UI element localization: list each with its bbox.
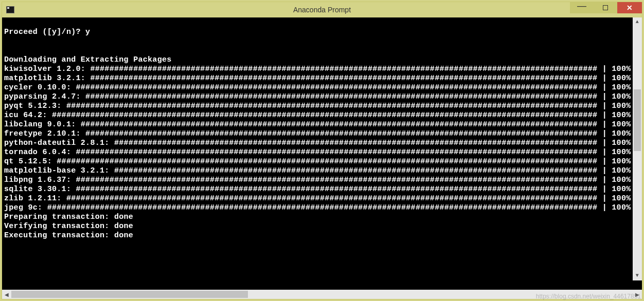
app-icon (6, 6, 14, 13)
terminal-area[interactable]: Proceed ([y]/n)? y Downloading and Extra… (2, 17, 642, 290)
window-controls: — ✕ (570, 2, 642, 13)
vertical-scrollbar[interactable]: ▲ ▼ (633, 17, 642, 280)
horizontal-scrollbar[interactable]: ◀ ▶ (2, 290, 642, 299)
titlebar[interactable]: Anaconda Prompt — ✕ (2, 2, 642, 17)
maximize-icon (603, 5, 608, 10)
vertical-scroll-thumb[interactable] (634, 89, 641, 151)
horizontal-scroll-thumb[interactable] (11, 291, 248, 298)
window-frame: Anaconda Prompt — ✕ Proceed ([y]/n)? y D… (2, 2, 642, 299)
scroll-up-icon[interactable]: ▲ (633, 17, 642, 27)
scroll-right-icon[interactable]: ▶ (633, 290, 642, 299)
scroll-left-icon[interactable]: ◀ (2, 290, 11, 299)
scroll-down-icon[interactable]: ▼ (633, 271, 642, 280)
minimize-button[interactable]: — (570, 2, 594, 13)
window-title: Anaconda Prompt (293, 6, 351, 14)
maximize-button[interactable] (594, 2, 617, 13)
terminal-output: Proceed ([y]/n)? y Downloading and Extra… (4, 18, 642, 240)
close-button[interactable]: ✕ (617, 2, 642, 13)
